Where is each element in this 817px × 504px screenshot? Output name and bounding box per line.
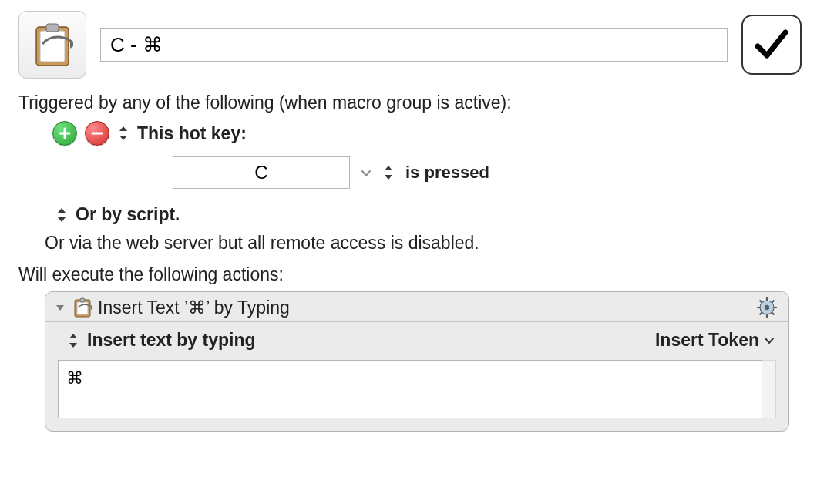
macro-name-input[interactable] [100, 28, 728, 62]
action-disclosure-toggle[interactable] [53, 301, 67, 314]
svg-line-12 [760, 301, 762, 303]
insert-method-stepper[interactable] [67, 332, 79, 349]
checkmark-icon [753, 26, 790, 63]
macro-icon-button[interactable] [18, 11, 86, 79]
insert-token-button[interactable]: Insert Token [655, 330, 775, 351]
stepper-icon [68, 332, 79, 349]
chevron-down-icon [361, 170, 372, 177]
clipboard-icon [32, 21, 73, 69]
svg-point-7 [765, 305, 769, 310]
or-script-stepper[interactable] [55, 207, 68, 223]
action-item: Insert Text ’⌘’ by Typing [45, 291, 789, 432]
insert-method-label: Insert text by typing [87, 330, 256, 351]
or-script-label: Or by script. [76, 204, 180, 225]
svg-rect-5 [80, 298, 85, 302]
disclosure-triangle-icon [54, 301, 66, 314]
svg-line-14 [760, 313, 762, 315]
stepper-icon [383, 164, 394, 181]
svg-line-15 [772, 301, 775, 303]
hotkey-dropdown[interactable] [361, 165, 372, 181]
insert-token-label: Insert Token [655, 330, 759, 351]
action-settings-button[interactable] [756, 297, 778, 318]
plus-icon [59, 127, 71, 139]
minus-icon [91, 127, 103, 139]
stepper-icon [56, 207, 67, 223]
action-text-input[interactable] [58, 360, 762, 418]
trigger-hotkey-label: This hot key: [137, 123, 247, 144]
svg-rect-1 [40, 31, 65, 62]
triggers-heading: Triggered by any of the following (when … [18, 92, 799, 113]
svg-rect-4 [77, 302, 88, 314]
or-via-webserver-label: Or via the web server but all remote acc… [45, 233, 799, 254]
hotkey-state-label: is pressed [405, 163, 489, 183]
action-title: Insert Text ’⌘’ by Typing [98, 297, 290, 318]
actions-heading: Will execute the following actions: [18, 264, 799, 285]
trigger-type-stepper[interactable] [117, 125, 129, 142]
scrollbar[interactable] [762, 360, 776, 418]
svg-line-13 [772, 313, 775, 315]
hotkey-input[interactable] [173, 156, 350, 189]
enable-macro-toggle[interactable] [741, 15, 802, 75]
svg-rect-2 [46, 24, 59, 32]
add-trigger-button[interactable] [52, 121, 77, 146]
gear-icon [756, 297, 778, 318]
remove-trigger-button[interactable] [85, 121, 109, 146]
clipboard-icon [73, 297, 92, 318]
stepper-icon [118, 125, 129, 142]
chevron-down-icon [764, 337, 775, 344]
hotkey-state-stepper[interactable] [382, 164, 395, 181]
